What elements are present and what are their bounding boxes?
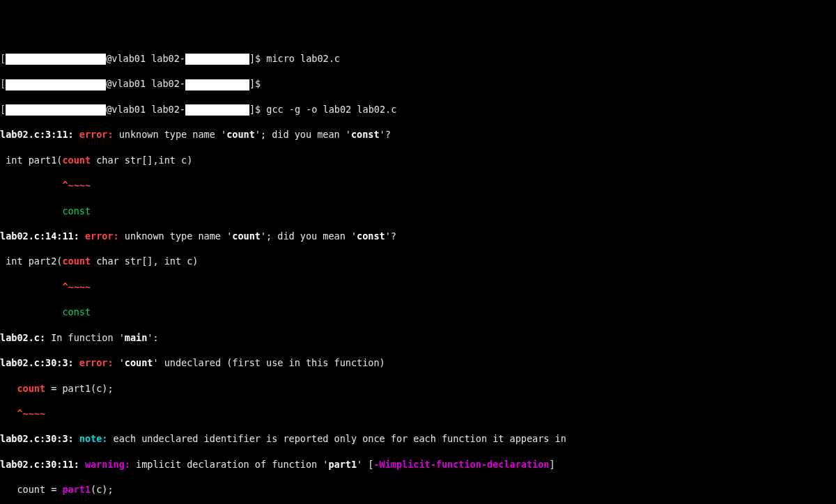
redacted-dir	[185, 54, 249, 65]
gcc-caret: ^~~~~	[0, 281, 836, 293]
gcc-context: lab02.c: In function 'main':	[0, 331, 836, 344]
gcc-code: count = part1(c);	[0, 483, 836, 496]
gcc-caret: ^~~~~	[0, 179, 836, 191]
redacted-user	[6, 54, 106, 65]
gcc-note: lab02.c:30:3: note: each undeclared iden…	[0, 432, 836, 445]
terminal-line: [@vlab01 lab02-]$	[0, 77, 836, 90]
redacted-dir	[185, 79, 249, 90]
gcc-warning: lab02.c:30:11: warning: implicit declara…	[0, 458, 836, 471]
gcc-fixit: const	[0, 306, 836, 318]
gcc-error: lab02.c:30:3: error: 'count' undeclared …	[0, 356, 836, 369]
redacted-user	[6, 104, 106, 116]
gcc-error: lab02.c:3:11: error: unknown type name '…	[0, 128, 836, 141]
gcc-fixit: const	[0, 205, 836, 217]
redacted-dir	[185, 104, 249, 116]
gcc-error: lab02.c:14:11: error: unknown type name …	[0, 230, 836, 242]
gcc-caret: ^~~~~	[0, 407, 836, 420]
gcc-code: int part1(count char str[],int c)	[0, 154, 836, 166]
terminal-line: [@vlab01 lab02-]$ micro lab02.c	[0, 52, 836, 65]
gcc-code: count = part1(c);	[0, 382, 836, 395]
terminal-line: [@vlab01 lab02-]$ gcc -g -o lab02 lab02.…	[0, 103, 836, 116]
gcc-code: int part2(count char str[], int c)	[0, 255, 836, 267]
redacted-user	[6, 79, 106, 90]
